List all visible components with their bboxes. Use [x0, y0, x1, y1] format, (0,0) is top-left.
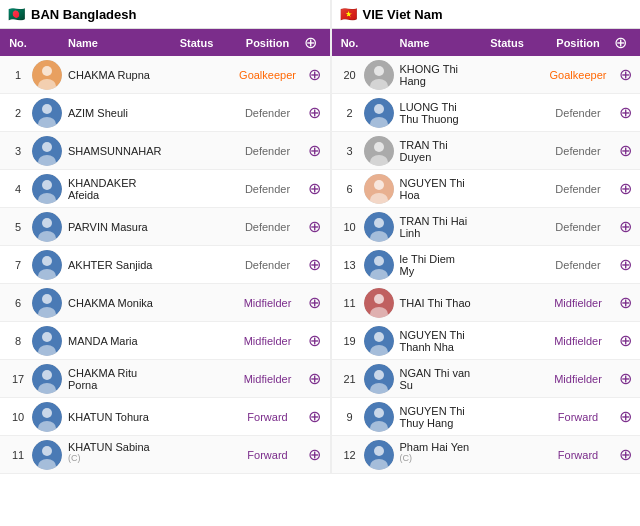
player-name: Pham Hai Yen (C) — [400, 441, 472, 468]
svg-point-31 — [42, 446, 52, 456]
player-position: Defender — [232, 145, 304, 157]
player-number: 4 — [4, 183, 32, 195]
add-player-button[interactable]: ⊕ — [304, 445, 326, 464]
add-player-button[interactable]: ⊕ — [614, 407, 636, 426]
player-position: Midfielder — [232, 335, 304, 347]
player-name: NGUYEN Thi Thanh Nha — [400, 329, 472, 353]
col-no-0: No. — [4, 37, 32, 49]
add-player-button[interactable]: ⊕ — [304, 141, 326, 160]
player-position: Defender — [542, 183, 614, 195]
player-avatar — [32, 364, 62, 394]
player-name: AZIM Sheuli — [68, 107, 162, 119]
add-player-button[interactable]: ⊕ — [614, 141, 636, 160]
svg-point-4 — [42, 104, 52, 114]
player-position: Forward — [232, 449, 304, 461]
add-player-button[interactable]: ⊕ — [614, 179, 636, 198]
add-player-button[interactable]: ⊕ — [614, 65, 636, 84]
player-row: 21 NGAN Thi van Su Midfielder ⊕ — [332, 360, 640, 398]
player-position: Defender — [542, 145, 614, 157]
player-row: 5 PARVIN Masura Defender ⊕ — [0, 208, 330, 246]
player-name: KHATUN Sabina (C) — [68, 441, 162, 468]
player-row: 10 KHATUN Tohura Forward ⊕ — [0, 398, 330, 436]
player-position: Midfielder — [542, 335, 614, 347]
player-name: CHAKMA Ritu Porna — [68, 367, 162, 391]
svg-point-37 — [374, 104, 384, 114]
player-name: SHAMSUNNAHAR — [68, 145, 162, 157]
col-name-1: Name — [364, 37, 472, 49]
player-avatar — [364, 402, 394, 432]
player-position: Forward — [542, 449, 614, 461]
add-player-button[interactable]: ⊕ — [304, 407, 326, 426]
svg-point-49 — [374, 256, 384, 266]
player-name: NGUYEN Thi Hoa — [400, 177, 472, 201]
player-row: 10 TRAN Thi Hai Linh Defender ⊕ — [332, 208, 640, 246]
add-player-button[interactable]: ⊕ — [304, 103, 326, 122]
player-row: 3 TRAN Thi Duyen Defender ⊕ — [332, 132, 640, 170]
player-position: Defender — [542, 221, 614, 233]
svg-point-40 — [374, 142, 384, 152]
team-header-1: 🇻🇳 VIE Viet Nam — [332, 0, 640, 29]
team-flag-0: 🇧🇩 — [8, 6, 25, 22]
add-player-button[interactable]: ⊕ — [304, 293, 326, 312]
player-name: THAI Thi Thao — [400, 297, 472, 309]
add-player-button[interactable]: ⊕ — [614, 369, 636, 388]
add-player-button[interactable]: ⊕ — [304, 217, 326, 236]
player-position: Defender — [232, 107, 304, 119]
player-number: 6 — [4, 297, 32, 309]
player-avatar — [32, 174, 62, 204]
player-avatar — [364, 174, 394, 204]
svg-point-28 — [42, 408, 52, 418]
svg-point-43 — [374, 180, 384, 190]
add-player-button[interactable]: ⊕ — [614, 293, 636, 312]
add-player-button[interactable]: ⊕ — [304, 179, 326, 198]
player-number: 2 — [4, 107, 32, 119]
player-row: 11 KHATUN Sabina (C) Forward ⊕ — [0, 436, 330, 474]
player-avatar — [364, 440, 394, 470]
main-container: 🇧🇩 BAN Bangladesh No. Name Status Positi… — [0, 0, 640, 474]
player-row: 4 KHANDAKER Afeida Defender ⊕ — [0, 170, 330, 208]
player-name: KHATUN Tohura — [68, 411, 162, 423]
player-row: 19 NGUYEN Thi Thanh Nha Midfielder ⊕ — [332, 322, 640, 360]
svg-point-61 — [374, 408, 384, 418]
player-avatar — [32, 212, 62, 242]
col-add-0: ⊕ — [304, 33, 326, 52]
svg-point-22 — [42, 332, 52, 342]
player-number: 9 — [336, 411, 364, 423]
player-position: Goalkeeper — [232, 69, 304, 81]
player-position: Midfielder — [542, 297, 614, 309]
player-name: KHONG Thi Hang — [400, 63, 472, 87]
player-avatar — [32, 250, 62, 280]
add-player-button[interactable]: ⊕ — [614, 217, 636, 236]
player-position: Forward — [542, 411, 614, 423]
player-avatar — [32, 136, 62, 166]
player-position: Defender — [232, 183, 304, 195]
svg-point-52 — [374, 294, 384, 304]
player-avatar — [364, 250, 394, 280]
add-player-button[interactable]: ⊕ — [304, 331, 326, 350]
player-row: 9 NGUYEN Thi Thuy Hang Forward ⊕ — [332, 398, 640, 436]
player-avatar — [32, 402, 62, 432]
svg-point-46 — [374, 218, 384, 228]
add-player-button[interactable]: ⊕ — [614, 255, 636, 274]
col-add-1: ⊕ — [614, 33, 636, 52]
player-position: Defender — [542, 259, 614, 271]
player-avatar — [364, 364, 394, 394]
player-row: 12 Pham Hai Yen (C) Forward ⊕ — [332, 436, 640, 474]
add-player-button[interactable]: ⊕ — [614, 445, 636, 464]
add-player-button[interactable]: ⊕ — [614, 331, 636, 350]
player-number: 10 — [336, 221, 364, 233]
svg-point-34 — [374, 66, 384, 76]
player-row: 8 MANDA Maria Midfielder ⊕ — [0, 322, 330, 360]
player-row: 6 CHAKMA Monika Midfielder ⊕ — [0, 284, 330, 322]
player-number: 8 — [4, 335, 32, 347]
add-player-button[interactable]: ⊕ — [304, 65, 326, 84]
player-row: 20 KHONG Thi Hang Goalkeeper ⊕ — [332, 56, 640, 94]
player-number: 13 — [336, 259, 364, 271]
player-avatar — [32, 60, 62, 90]
svg-point-1 — [42, 66, 52, 76]
add-player-button[interactable]: ⊕ — [304, 255, 326, 274]
player-number: 10 — [4, 411, 32, 423]
player-name: CHAKMA Monika — [68, 297, 162, 309]
add-player-button[interactable]: ⊕ — [304, 369, 326, 388]
add-player-button[interactable]: ⊕ — [614, 103, 636, 122]
